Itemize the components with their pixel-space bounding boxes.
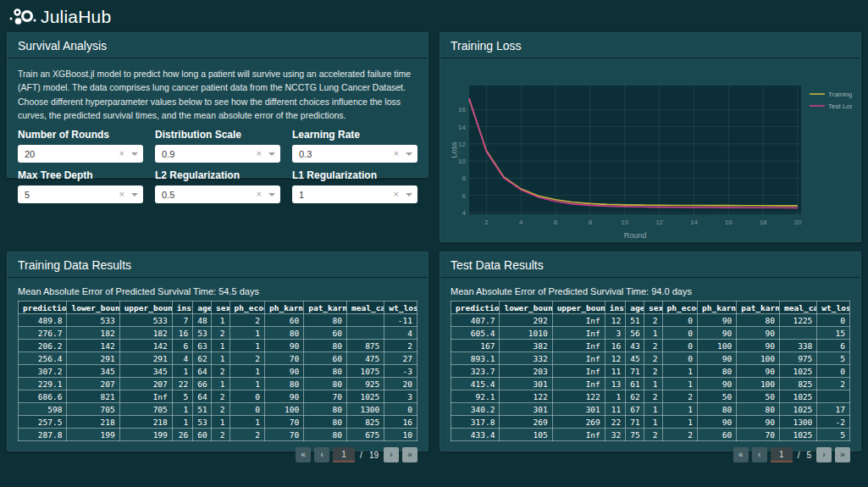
table-cell: 15 xyxy=(817,327,850,340)
table-cell: 5 xyxy=(172,390,192,403)
next-page-button[interactable]: › xyxy=(384,447,399,462)
table-cell: 4 xyxy=(384,327,417,340)
table-cell: 80 xyxy=(304,365,347,378)
table-cell: 1 xyxy=(662,403,697,416)
select-l2-regularization[interactable]: 0.5× xyxy=(155,185,280,203)
table-cell: 301 xyxy=(552,403,605,416)
table-cell: 1 xyxy=(172,403,192,416)
first-page-button[interactable]: « xyxy=(296,447,311,462)
table-row: 489.8533533748126080-11 xyxy=(19,314,417,327)
table-cell: 32 xyxy=(605,429,625,441)
hyperparameter-fields: Number of Rounds20×Distribution Scale0.9… xyxy=(18,129,417,203)
clear-icon[interactable]: × xyxy=(119,149,124,158)
panel-title: Training Data Results xyxy=(18,258,131,272)
table-cell: 415.4 xyxy=(451,378,500,390)
select-distribution-scale[interactable]: 0.9× xyxy=(155,145,280,163)
x-tick-label: 6 xyxy=(554,219,558,226)
field-number-of-rounds: Number of Rounds20× xyxy=(18,129,143,163)
select-l1-regularization[interactable]: 1× xyxy=(292,185,417,203)
table-cell: 301 xyxy=(500,378,552,390)
last-page-button[interactable]: » xyxy=(402,447,417,462)
page-separator: / xyxy=(358,451,364,460)
table-cell: 533 xyxy=(67,314,119,327)
chevron-down-icon[interactable] xyxy=(268,152,275,156)
table-cell: 825 xyxy=(347,416,384,429)
table-cell: 0 xyxy=(229,390,264,403)
table-cell: 0 xyxy=(662,340,697,352)
table-cell: 142 xyxy=(119,340,172,352)
table-cell: 893.1 xyxy=(451,352,500,365)
table-cell: 10 xyxy=(384,429,417,441)
table-cell: 0 xyxy=(662,352,697,365)
clear-icon[interactable]: × xyxy=(257,149,262,158)
table-cell: 206.2 xyxy=(19,340,67,352)
prev-page-button[interactable]: ‹ xyxy=(752,447,767,462)
training-results-table: predictionlower_boundupper_boundinstages… xyxy=(18,301,417,441)
table-cell: 12 xyxy=(605,314,625,327)
table-cell: 332 xyxy=(500,352,552,365)
table-cell: 0 xyxy=(384,403,417,416)
select-max-tree-depth[interactable]: 5× xyxy=(18,185,143,203)
table-cell: 62 xyxy=(193,352,212,365)
last-page-button[interactable]: » xyxy=(835,447,850,462)
table-cell: 80 xyxy=(698,365,737,378)
pagination: « ‹ / 5 › » xyxy=(451,447,850,462)
column-header-ph_ecog: ph_ecog xyxy=(229,302,264,314)
table-cell: 292 xyxy=(500,314,552,327)
table-cell: 90 xyxy=(698,378,737,390)
table-cell: 60 xyxy=(304,327,347,340)
clear-icon[interactable]: × xyxy=(394,149,399,158)
table-cell: 16 xyxy=(384,416,417,429)
table-cell: 51 xyxy=(626,314,644,327)
current-page-input[interactable] xyxy=(333,447,355,462)
table-cell: 229.1 xyxy=(19,378,67,390)
table-row: 307.23453451642190801075-3 xyxy=(19,365,417,378)
table-row: 686.6821Inf56420907010253 xyxy=(19,390,417,403)
table-cell: 100 xyxy=(698,340,737,352)
chevron-down-icon[interactable] xyxy=(406,193,412,196)
clear-icon[interactable]: × xyxy=(119,190,124,199)
first-page-button[interactable]: « xyxy=(733,447,749,462)
table-cell: 182 xyxy=(119,327,172,340)
panel-header: Training Loss xyxy=(440,33,860,58)
prev-page-button[interactable]: ‹ xyxy=(314,447,329,462)
table-cell: 5 xyxy=(817,352,850,365)
select-number-of-rounds[interactable]: 20× xyxy=(18,145,143,163)
column-header-sex: sex xyxy=(211,302,229,314)
select-value: 1 xyxy=(299,190,394,200)
table-cell: 80 xyxy=(304,340,347,352)
table-cell: 80 xyxy=(304,403,347,416)
chevron-down-icon[interactable] xyxy=(268,193,275,196)
clear-icon[interactable]: × xyxy=(257,190,262,199)
table-cell: Inf xyxy=(119,390,172,403)
current-page-input[interactable] xyxy=(771,447,793,462)
table-cell: 80 xyxy=(265,378,304,390)
x-tick-label: 16 xyxy=(725,219,733,226)
table-cell: 1 xyxy=(211,378,229,390)
table-cell: 1 xyxy=(662,378,697,390)
chevron-down-icon[interactable] xyxy=(131,152,138,156)
table-cell: 56 xyxy=(626,327,644,340)
table-cell: 100 xyxy=(737,378,780,390)
table-cell: 13 xyxy=(605,378,625,390)
table-cell: 53 xyxy=(193,416,212,429)
clear-icon[interactable]: × xyxy=(394,190,399,199)
select-learning-rate[interactable]: 0.3× xyxy=(292,145,417,163)
table-cell: 0 xyxy=(229,403,264,416)
chevron-down-icon[interactable] xyxy=(406,152,412,156)
table-cell: 2 xyxy=(384,340,417,352)
table-cell: 48 xyxy=(193,314,212,327)
table-cell: Inf xyxy=(552,429,605,441)
table-cell: 287.8 xyxy=(19,429,67,441)
table-cell: 489.8 xyxy=(19,314,67,327)
dashboard: JuliaHub Survival Analysis Train an XGBo… xyxy=(0,0,868,487)
chevron-down-icon[interactable] xyxy=(131,193,138,196)
table-row: 257.521821815311708082516 xyxy=(19,416,417,429)
table-cell: 0 xyxy=(817,314,850,327)
field-l2-regularization: L2 Regularization0.5× xyxy=(155,169,280,203)
table-cell: Inf xyxy=(552,340,605,352)
table-cell: 382 xyxy=(500,340,552,352)
next-page-button[interactable]: › xyxy=(816,447,832,462)
y-tick-label: 12 xyxy=(458,141,466,148)
table-cell: 317.8 xyxy=(451,416,500,429)
